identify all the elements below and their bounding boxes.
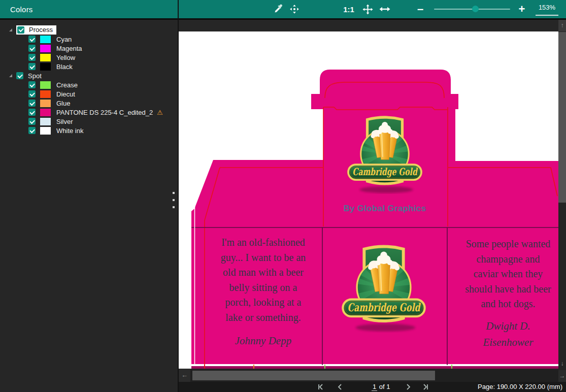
quote-line: Some people wanted: [448, 237, 558, 252]
last-page-button[interactable]: [421, 382, 429, 392]
first-page-button[interactable]: [317, 382, 325, 392]
color-label: Cyan: [56, 36, 72, 43]
color-row-yellow[interactable]: Yellow: [0, 53, 178, 62]
tree-group-process[interactable]: Process: [0, 25, 178, 35]
eyedropper-button[interactable]: [272, 0, 285, 18]
scroll-left-button[interactable]: ←: [179, 369, 190, 382]
expand-caret-icon[interactable]: [9, 28, 12, 31]
fit-width-icon: [379, 3, 391, 15]
color-row-glue[interactable]: Glue: [0, 99, 178, 108]
color-label: Silver: [56, 118, 73, 125]
quote-line: porch, looking at a: [204, 295, 322, 310]
crease-checkbox[interactable]: [28, 81, 36, 88]
tree-group-spot[interactable]: Spot: [0, 71, 178, 80]
quote-author: Johnny Depp: [204, 333, 322, 349]
splitter-grip-dot: [173, 199, 175, 201]
diecut-checkbox[interactable]: [28, 90, 36, 97]
pantone-checkbox[interactable]: [28, 109, 36, 116]
colors-panel-title: Colors: [0, 5, 33, 14]
pantone-swatch: [40, 109, 51, 116]
horizontal-scrollbar[interactable]: ←: [179, 369, 558, 382]
process-selected-highlight: Process: [16, 25, 56, 35]
color-label: Glue: [56, 100, 70, 107]
colors-panel: Process Cyan Magenta Yellow Bl: [0, 20, 178, 392]
black-swatch: [40, 63, 51, 71]
magenta-swatch: [40, 45, 51, 52]
color-label: PANTONE DS 225-4 C_edited_2: [56, 109, 153, 116]
color-label: Yellow: [56, 54, 75, 61]
quote-line: belly sitting on a: [204, 280, 322, 296]
diecut-swatch: [40, 90, 51, 98]
yellow-checkbox[interactable]: [28, 54, 36, 61]
spot-checkbox[interactable]: [16, 72, 23, 79]
page-count-label: of 1: [377, 383, 390, 390]
quote-line: lake or something.: [204, 310, 322, 325]
color-row-silver[interactable]: Silver: [0, 117, 178, 126]
warning-icon: ⚠: [157, 109, 163, 116]
move-icon: [362, 4, 374, 15]
byline-text: By Global Graphics: [334, 204, 436, 214]
magenta-checkbox[interactable]: [28, 45, 36, 52]
yellow-swatch: [40, 54, 51, 61]
pan-mode-button[interactable]: [288, 0, 301, 18]
pan-mode-icon: [289, 4, 300, 15]
color-label: Black: [56, 63, 73, 71]
previous-page-button[interactable]: [336, 382, 344, 392]
fit-page-button[interactable]: [360, 0, 375, 18]
vertical-scrollbar[interactable]: ↑ ↓ →: [558, 20, 566, 382]
quote-author-line: Dwight D.: [448, 318, 558, 334]
color-row-crease[interactable]: Crease: [0, 80, 178, 89]
zoom-in-button[interactable]: +: [516, 0, 527, 18]
cyan-checkbox[interactable]: [28, 36, 36, 43]
whiteink-checkbox[interactable]: [28, 127, 36, 134]
color-row-diecut[interactable]: Diecut: [0, 89, 178, 99]
color-row-pantone[interactable]: PANTONE DS 225-4 C_edited_2 ⚠: [0, 108, 178, 117]
colors-panel-header: Colors: [0, 0, 178, 20]
black-checkbox[interactable]: [28, 63, 36, 70]
scroll-down-button[interactable]: ↓: [558, 358, 566, 370]
vertical-scrollbar-thumb[interactable]: [558, 32, 566, 203]
next-page-button[interactable]: [404, 382, 412, 392]
color-row-whiteink[interactable]: White ink: [0, 126, 178, 135]
color-row-magenta[interactable]: Magenta: [0, 44, 178, 53]
glue-checkbox[interactable]: [28, 100, 36, 107]
expand-caret-icon[interactable]: [9, 74, 12, 77]
fit-width-button[interactable]: [378, 0, 392, 18]
quote-author: Dwight D. Eisenhower: [448, 318, 558, 350]
zoom-percent-input[interactable]: 153%: [535, 0, 559, 18]
quote-line: should have had beer: [448, 282, 558, 297]
right-quote-block: Some people wanted champagne and caviar …: [448, 237, 558, 350]
eyedropper-icon: [273, 4, 283, 14]
color-row-black[interactable]: Black: [0, 62, 178, 71]
silver-checkbox[interactable]: [28, 118, 36, 125]
color-label: White ink: [56, 127, 83, 135]
group-label: Process: [29, 26, 53, 34]
badge-title-center: Cambridge Gold: [348, 301, 421, 314]
document-canvas[interactable]: Cambridge Gold Cambridge Gold By Global …: [179, 20, 558, 382]
quote-line: old man with a beer: [204, 265, 322, 280]
quote-line: guy... I want to be an: [204, 250, 322, 266]
color-row-cyan[interactable]: Cyan: [0, 35, 178, 44]
process-checkbox[interactable]: [17, 26, 24, 34]
scroll-up-button[interactable]: ↑: [558, 20, 566, 31]
zoom-slider-thumb[interactable]: [472, 6, 479, 12]
cyan-swatch: [40, 36, 51, 43]
zoom-percent-value: 153%: [535, 0, 559, 15]
quote-line: champagne and: [448, 252, 558, 267]
quote-line: caviar when they: [448, 267, 558, 282]
glue-swatch: [40, 100, 51, 107]
scroll-right-button[interactable]: →: [558, 370, 566, 382]
horizontal-scrollbar-thumb[interactable]: [192, 371, 435, 380]
page-number-input[interactable]: 1: [372, 383, 377, 391]
application-window: Colors 1:1: [0, 0, 566, 392]
page-bleed-strip: [191, 366, 558, 369]
page-number-field[interactable]: 1 of 1: [372, 382, 390, 392]
left-quote-block: I'm an old-fashioned guy... I want to be…: [204, 235, 322, 349]
color-tree: Process Cyan Magenta Yellow Bl: [0, 20, 178, 135]
color-label: Magenta: [56, 45, 82, 52]
viewer-toolbar: 1:1 – + 153%: [179, 0, 566, 20]
splitter-grip-dot: [173, 206, 175, 208]
zoom-out-button[interactable]: –: [415, 0, 426, 18]
actual-size-button[interactable]: 1:1: [341, 0, 356, 18]
status-bar: 1 of 1 Page: 190.00 X 220.00 (mm): [179, 382, 566, 392]
